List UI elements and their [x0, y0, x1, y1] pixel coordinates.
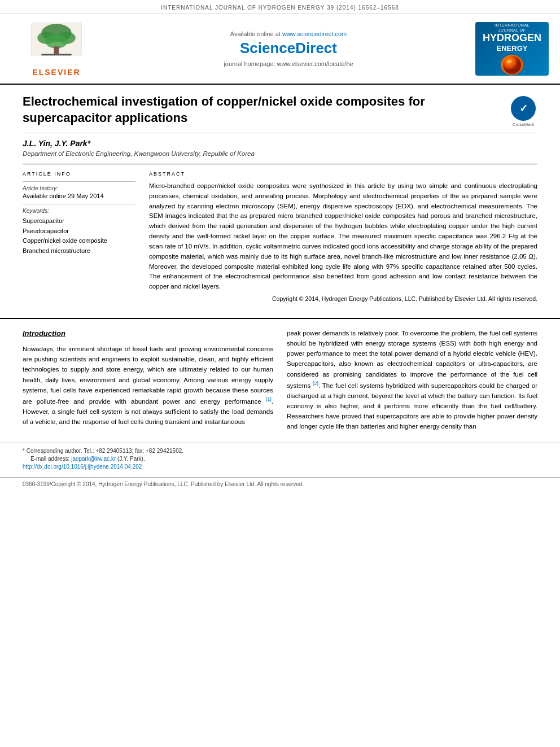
sciencedirect-url: www.sciencedirect.com [282, 30, 347, 37]
hydrogen-sphere-icon [502, 55, 522, 75]
article-info-col: ARTICLE INFO Article history: Available … [23, 171, 135, 302]
center-header-block: Available online at www.sciencedirect.co… [102, 30, 475, 67]
svg-point-4 [45, 34, 67, 49]
intro-right-col: peak power demands is relatively poor. T… [287, 328, 537, 431]
crossmark-label: CrossMark [509, 122, 537, 127]
journal-header-text: International Journal of Hydrogen Energy… [161, 5, 399, 11]
email-person: (J.Y. Park). [117, 456, 145, 462]
svg-rect-5 [54, 46, 59, 54]
elsevier-tree-icon [23, 20, 90, 65]
keyword-3: Copper/nickel oxide composite [23, 236, 135, 246]
hydrogen-energy-logo: InternationalJournal of HYDROGEN ENERGY [475, 22, 549, 76]
divider [23, 181, 135, 182]
footer-area: * Corresponding author. Tel.: +82 294051… [0, 443, 560, 477]
crossmark-icon: ✓ [511, 96, 536, 121]
affiliation: Department of Electronic Engineering, Kw… [23, 150, 537, 164]
history-label: Article history: [23, 185, 135, 191]
corresponding-text: * Corresponding author. Tel.: +82 294051… [23, 448, 183, 454]
journal-header: International Journal of Hydrogen Energy… [0, 0, 560, 14]
intro-right-text: peak power demands is relatively poor. T… [287, 328, 537, 431]
introduction-section: Introduction Nowadays, the imminent shor… [0, 328, 560, 443]
divider2 [23, 204, 135, 204]
abstract-col: ABSTRACT Micro-branched copper/nickel ox… [149, 171, 537, 302]
hydrogen-logo-line4: ENERGY [479, 44, 545, 53]
body-two-col: Introduction Nowadays, the imminent shor… [23, 328, 537, 431]
cite-2: [2] [313, 381, 318, 386]
journal-homepage: journal homepage: www.elsevier.com/locat… [113, 60, 464, 67]
hydrogen-logo-line3: HYDROGEN [479, 33, 545, 44]
keyword-1: Supercapacitor [23, 216, 135, 226]
email-note: E-mail address: jaopark@kw.ac.kr (J.Y. P… [23, 456, 537, 462]
article-title: Electrochemical investigation of copper/… [23, 94, 504, 126]
issn-text: 0360-3199/Copyright © 2014, Hydrogen Ene… [23, 481, 304, 487]
email-link[interactable]: jaopark@kw.ac.kr [71, 456, 116, 462]
svg-point-7 [503, 56, 521, 74]
article-main: Electrochemical investigation of copper/… [0, 85, 560, 309]
abstract-label: ABSTRACT [149, 171, 537, 177]
keywords-label: Keywords: [23, 208, 135, 214]
logo-bar: ELSEVIER Available online at www.science… [0, 14, 560, 85]
copyright-notice: Copyright © 2014, Hydrogen Energy Public… [149, 295, 537, 302]
intro-left-text: Nowadays, the imminent shortage of fossi… [23, 344, 273, 427]
authors: J.L. Yin, J.Y. Park* [23, 133, 537, 150]
title-section: Electrochemical investigation of copper/… [23, 85, 537, 133]
article-info-label: ARTICLE INFO [23, 171, 135, 177]
sciencedirect-brand: ScienceDirect [113, 40, 464, 57]
keyword-2: Pseudocapacitor [23, 226, 135, 237]
main-divider [0, 318, 560, 319]
intro-left-col: Introduction Nowadays, the imminent shor… [23, 328, 273, 431]
svg-rect-6 [41, 54, 71, 56]
doi-note: http://dx.doi.org/10.1016/j.ijhydene.201… [23, 464, 537, 470]
keyword-4: Branched microstructure [23, 246, 135, 256]
elsevier-logo: ELSEVIER [11, 20, 102, 77]
abstract-text: Micro-branched copper/nickel oxide compo… [149, 181, 537, 292]
doi-link[interactable]: http://dx.doi.org/10.1016/j.ijhydene.201… [23, 464, 142, 470]
article-info-abstract: ARTICLE INFO Article history: Available … [23, 164, 537, 309]
keywords-list: Supercapacitor Pseudocapacitor Copper/ni… [23, 216, 135, 256]
crossmark-badge[interactable]: ✓ CrossMark [509, 96, 537, 127]
cite-1: [1] [266, 396, 272, 402]
available-online-text: Available online at www.sciencedirect.co… [113, 30, 464, 37]
intro-heading: Introduction [23, 328, 273, 339]
issn-bar: 0360-3199/Copyright © 2014, Hydrogen Ene… [0, 477, 560, 490]
elsevier-brand: ELSEVIER [32, 68, 80, 77]
email-label: E-mail address: [30, 456, 69, 462]
hydrogen-logo-line1: InternationalJournal of [479, 23, 545, 33]
available-date: Available online 29 May 2014 [23, 193, 135, 199]
hydrogen-logo-circle [501, 55, 523, 75]
corresponding-note: * Corresponding author. Tel.: +82 294051… [23, 448, 537, 454]
